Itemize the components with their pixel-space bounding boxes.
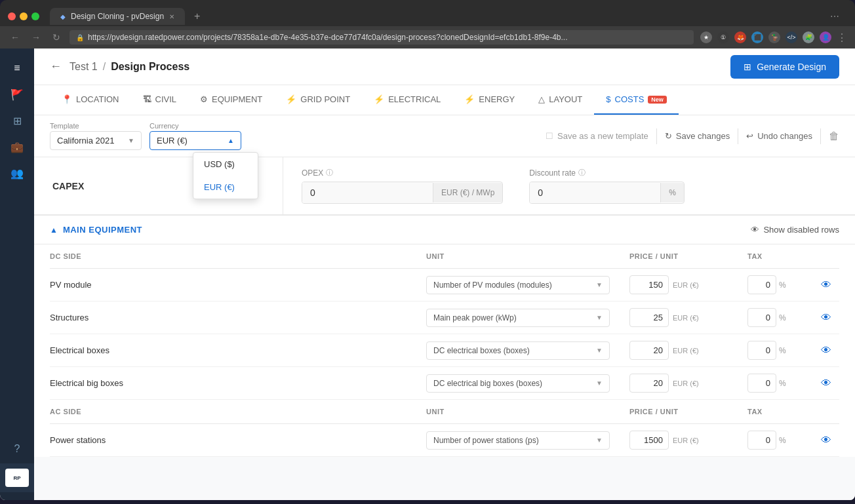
row-name-power-stations: Power stations (50, 435, 426, 445)
elec-big-boxes-visibility-icon[interactable]: 👁 (821, 378, 831, 389)
row-action-power-stations: 👁 (813, 435, 839, 446)
collapse-btn[interactable]: ▲ (50, 225, 58, 235)
ext6-icon[interactable]: 🧩 (803, 31, 814, 43)
tab-location[interactable]: 📍 LOCATION (50, 85, 131, 115)
opex-input[interactable] (302, 182, 433, 203)
currency-field-group: Currency EUR (€) ▲ (149, 122, 241, 150)
ext4-icon[interactable]: 🦆 (768, 31, 780, 43)
template-select[interactable]: California 2021 ▼ (50, 131, 142, 150)
currency-option-usd[interactable]: USD ($) (193, 153, 258, 176)
undo-changes-btn[interactable]: ↩ Undo changes (746, 131, 812, 141)
row-action-elec-boxes: 👁 (813, 345, 839, 357)
tab-close-btn[interactable]: ✕ (169, 13, 174, 20)
sidebar-icon-grid[interactable]: ⊞ (5, 109, 29, 132)
structures-price-input[interactable] (629, 308, 669, 327)
elec-big-boxes-unit-select[interactable]: DC electrical big boxes (boxes) ▼ (426, 374, 610, 393)
currency-dropdown: USD ($) EUR (€) (193, 152, 258, 199)
new-tab-btn[interactable]: + (188, 7, 207, 26)
lock-icon: 🔒 (76, 34, 84, 41)
elec-big-boxes-price-input[interactable] (629, 374, 669, 393)
tab-costs[interactable]: $ COSTS New (594, 85, 679, 115)
generate-icon: ⊞ (744, 62, 751, 72)
discount-rate-input[interactable] (530, 182, 660, 203)
save-template-btn[interactable]: ☐ Save as a new template (546, 131, 648, 141)
profile-icon[interactable]: 👤 (820, 31, 831, 43)
generate-design-button[interactable]: ⊞ Generate Design (730, 55, 839, 79)
show-disabled-btn[interactable]: 👁 Show disabled rows (751, 225, 839, 235)
costs-badge-new: New (648, 96, 667, 104)
sidebar-icon-users[interactable]: 👥 (5, 161, 29, 185)
structures-tax-input[interactable] (747, 308, 776, 327)
tab-gridpoint[interactable]: ⚡ GRID POINT (274, 85, 362, 115)
sidebar-icon-briefcase[interactable]: 💼 (5, 135, 29, 159)
pv-module-price-input[interactable] (629, 275, 669, 294)
elec-big-boxes-price-unit: EUR (€) (673, 379, 699, 387)
tab-layout[interactable]: △ LAYOUT (527, 85, 594, 115)
tab-electrical[interactable]: ⚡ ELECTRICAL (362, 85, 452, 115)
discount-info-icon[interactable]: ⓘ (578, 168, 586, 178)
power-stations-caret-icon: ▼ (596, 436, 603, 444)
elec-boxes-tax-input[interactable] (747, 341, 776, 360)
sidebar-icon-menu[interactable]: ≡ (5, 56, 29, 80)
discount-rate-unit: % (660, 183, 684, 203)
ext5-icon[interactable]: </> (785, 31, 797, 43)
power-stations-price-input[interactable] (629, 431, 669, 450)
elec-boxes-visibility-icon[interactable]: 👁 (821, 345, 831, 357)
undo-icon: ↩ (746, 131, 753, 141)
template-value: California 2021 (57, 136, 114, 145)
power-stations-unit-select[interactable]: Number of power stations (ps) ▼ (426, 431, 610, 450)
sidebar-icon-help[interactable]: ? (5, 437, 29, 461)
currency-select[interactable]: EUR (€) ▲ (149, 131, 241, 150)
row-name-pv-module: PV module (50, 280, 426, 290)
traffic-light-green[interactable] (31, 12, 39, 20)
template-field-group: Template California 2021 ▼ (50, 122, 142, 150)
save-template-icon: ☐ (546, 131, 553, 141)
capex-section: CAPEX OPEX ⓘ EUR (€) / MWp (34, 157, 855, 215)
elec-boxes-unit-select[interactable]: DC electrical boxes (boxes) ▼ (426, 341, 610, 360)
traffic-light-red[interactable] (8, 12, 16, 20)
delete-btn[interactable]: 🗑 (829, 130, 839, 142)
pv-module-visibility-icon[interactable]: 👁 (821, 279, 831, 291)
tab-energy[interactable]: ⚡ ENERGY (452, 85, 527, 115)
elec-boxes-price-input[interactable] (629, 341, 669, 360)
structures-unit-select[interactable]: Main peak power (kWp) ▼ (426, 309, 610, 327)
ext3-icon[interactable]: ⬛ (751, 31, 763, 43)
browser-tab-active[interactable]: ◆ Design Cloning - pvDesign ✕ (50, 8, 185, 25)
structures-visibility-icon[interactable]: 👁 (821, 312, 831, 324)
discount-rate-label: Discount rate ⓘ (529, 168, 685, 178)
pv-module-tax-input[interactable] (747, 275, 776, 294)
section-header: ▲ MAIN EQUIPMENT 👁 Show disabled rows (34, 216, 855, 244)
opex-info-icon[interactable]: ⓘ (326, 168, 333, 178)
ext2-icon[interactable]: 🦊 (734, 31, 746, 43)
ext1-icon[interactable]: ① (717, 31, 729, 43)
star-icon[interactable]: ★ (700, 31, 712, 43)
ac-unit-col-header: Unit (426, 408, 629, 416)
refresh-button[interactable]: ↻ (50, 31, 63, 44)
template-label: Template (50, 122, 142, 130)
nav-tabs: 📍 LOCATION 🏗 CIVIL ⚙ EQUIPMENT ⚡ GRID PO… (34, 85, 855, 115)
dc-side-table: DC SIDE Unit Price / unit Tax PV module … (34, 244, 855, 400)
back-navigation-btn[interactable]: ← (50, 60, 62, 73)
traffic-light-yellow[interactable] (20, 12, 28, 20)
sidebar-icon-flag[interactable]: 🚩 (5, 83, 29, 106)
row-unit-pv-module: Number of PV modules (modules) ▼ (426, 276, 629, 294)
back-button[interactable]: ← (8, 31, 22, 44)
tab-equipment[interactable]: ⚙ EQUIPMENT (188, 85, 274, 115)
logo-image: RP (5, 469, 29, 487)
save-changes-btn[interactable]: ↻ Save changes (665, 131, 730, 141)
power-stations-tax-input[interactable] (747, 431, 776, 450)
pv-module-unit-select[interactable]: Number of PV modules (modules) ▼ (426, 276, 610, 294)
project-breadcrumb[interactable]: Test 1 (70, 61, 98, 73)
currency-option-eur[interactable]: EUR (€) (193, 176, 258, 199)
tab-civil[interactable]: 🏗 CIVIL (131, 85, 189, 115)
browser-menu-icon[interactable]: ⋯ (822, 9, 847, 24)
power-stations-visibility-icon[interactable]: 👁 (821, 435, 831, 446)
ac-side-header: AC SIDE Unit Price / unit Tax (50, 400, 839, 424)
row-unit-elec-boxes: DC electrical boxes (boxes) ▼ (426, 341, 629, 360)
forward-button[interactable]: → (29, 31, 43, 44)
elec-big-boxes-tax-input[interactable] (747, 374, 776, 393)
opex-input-group: EUR (€) / MWp (302, 182, 503, 204)
row-tax-elec-big-boxes: % (747, 374, 813, 393)
chrome-menu-icon[interactable]: ⋮ (837, 31, 847, 44)
url-field[interactable]: 🔒 https://pvdesign.ratedpower.com/projec… (70, 30, 694, 45)
